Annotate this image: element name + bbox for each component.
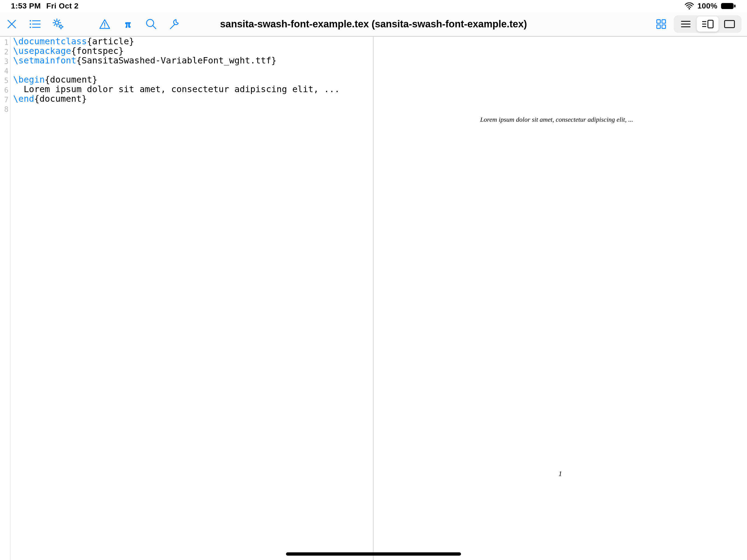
layout-split[interactable] [697,17,719,32]
home-indicator [286,552,461,556]
main-split: 12345678 \documentclass{article}\usepack… [0,36,747,560]
svg-rect-29 [662,20,666,23]
search-button[interactable] [139,12,163,36]
code-line[interactable]: \setmainfont{SansitaSwashed-VariableFont… [13,56,340,65]
line-number: 5 [0,76,8,85]
svg-rect-30 [657,25,660,28]
line-gutter: 12345678 [0,36,10,560]
source-editor[interactable]: 12345678 \documentclass{article}\usepack… [0,36,374,560]
ipad-status-bar: 1:53 PM Fri Oct 2 100% [0,0,747,12]
status-battery-pct: 100% [697,2,718,10]
line-number: 2 [0,47,8,57]
line-number: 3 [0,57,8,67]
svg-rect-39 [725,21,735,28]
svg-rect-1 [721,3,733,9]
svg-point-3 [29,20,31,22]
code-line[interactable] [13,104,340,113]
svg-line-17 [54,25,55,26]
code-line[interactable]: \begin{document} [13,75,340,84]
pdf-preview[interactable]: Lorem ipsum dolor sit amet, consectetur … [374,36,747,560]
svg-point-18 [60,26,62,28]
layout-mode-segmented [674,15,742,33]
close-button[interactable] [0,12,23,36]
tools-button[interactable] [163,12,186,36]
layout-preview-only[interactable] [719,17,741,32]
svg-rect-38 [708,20,713,28]
svg-line-14 [54,20,55,21]
svg-point-5 [29,24,31,25]
code-line[interactable] [13,65,340,75]
line-number: 1 [0,38,8,47]
svg-rect-2 [734,5,736,7]
svg-line-16 [58,20,60,21]
status-time: 1:53 PM [11,2,41,10]
svg-text:π: π [125,19,130,29]
svg-point-0 [689,8,690,9]
svg-point-7 [29,27,31,28]
app-toolbar: π sansita-swash-font-example.tex (sansit… [0,12,747,36]
wifi-icon [685,2,694,9]
line-number: 8 [0,105,8,114]
thumbnails-button[interactable] [652,12,670,36]
status-date: Fri Oct 2 [46,2,78,10]
warnings-button[interactable] [93,12,116,36]
battery-icon [721,2,736,9]
code-line[interactable]: \usepackage{fontspec} [13,46,340,56]
preview-page-number: 1 [374,470,747,478]
line-number: 7 [0,95,8,105]
line-number: 4 [0,67,8,76]
code-area[interactable]: \documentclass{article}\usepackage{fonts… [10,36,342,560]
code-line[interactable]: \documentclass{article} [13,36,340,46]
svg-point-9 [55,21,58,24]
outline-button[interactable] [23,12,47,36]
settings-button[interactable] [47,12,70,36]
code-line[interactable]: \end{document} [13,94,340,104]
svg-line-27 [153,26,156,29]
svg-point-24 [104,27,105,28]
line-number: 6 [0,85,8,95]
svg-rect-28 [657,20,660,23]
svg-line-15 [58,25,60,26]
symbols-button[interactable]: π [116,12,139,36]
code-line[interactable]: Lorem ipsum dolor sit amet, consectetur … [13,84,340,94]
pdf-page: Lorem ipsum dolor sit amet, consectetur … [374,36,747,560]
layout-editor-only[interactable] [675,17,697,32]
svg-rect-31 [662,25,666,28]
preview-body-text: Lorem ipsum dolor sit amet, consectetur … [401,116,714,123]
